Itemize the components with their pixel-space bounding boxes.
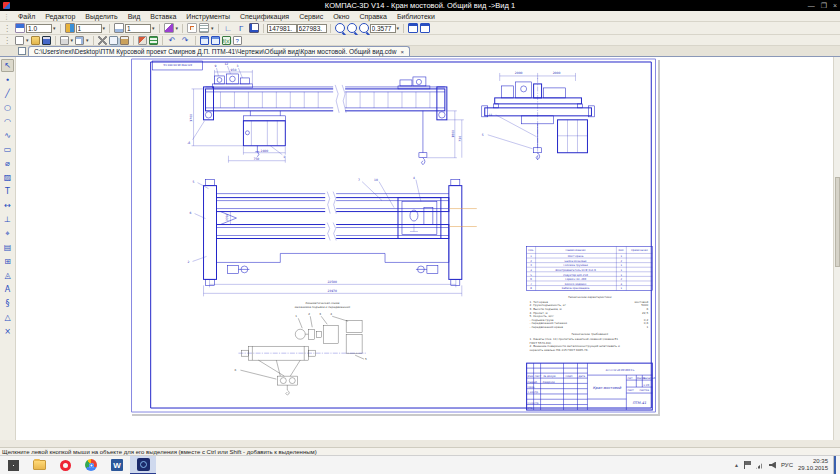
menu-insert[interactable]: Вставка (145, 11, 181, 21)
document-tab[interactable]: C:\Users\nexl\Desktop\ПТМ Курсовой проек… (28, 46, 410, 56)
drawing-workspace[interactable]: КП.ПТМ 49.00.000 СБ (17, 57, 833, 440)
cut-icon[interactable] (98, 36, 107, 45)
cursor-y-input[interactable] (297, 24, 327, 33)
network-icon[interactable] (756, 462, 764, 469)
cursor-step-input[interactable] (26, 24, 52, 33)
minimize-button[interactable]: — (808, 0, 815, 11)
preview-dropdown-icon[interactable]: ▾ (86, 37, 89, 43)
spreadsheet-icon[interactable] (149, 36, 158, 45)
style-dropdown-icon[interactable]: ▾ (176, 25, 179, 31)
tab-close-icon[interactable]: × (400, 47, 404, 57)
dimension-tool-icon[interactable]: ↔ (1, 199, 14, 212)
current-layer-input[interactable] (76, 24, 102, 33)
ortho-mode-icon[interactable]: Г (236, 23, 247, 33)
vertical-scroll-thumb[interactable] (835, 177, 840, 267)
library-window-icon[interactable] (211, 36, 220, 45)
new-dropdown-icon[interactable]: ▾ (26, 37, 29, 43)
zoom-in-icon[interactable] (335, 23, 345, 33)
maximize-button[interactable]: ❐ (821, 0, 827, 11)
show-desktop-button[interactable] (833, 456, 836, 474)
word-button[interactable]: W (104, 456, 130, 474)
close-button[interactable]: × (833, 0, 837, 11)
select-arrow-icon[interactable]: ↖ (1, 59, 14, 72)
text-tool-icon[interactable]: T (1, 185, 14, 198)
cursor-step-dropdown-icon[interactable]: ▾ (53, 25, 56, 31)
local-csys-icon[interactable]: ∟ (223, 23, 234, 33)
open-document-icon[interactable] (31, 36, 40, 45)
menu-specification[interactable]: Спецификация (235, 11, 294, 21)
menu-grip[interactable]: ⋮ (3, 11, 10, 21)
annotation-tool-icon[interactable]: A (1, 283, 14, 296)
fx-icon[interactable]: f(x) (222, 36, 231, 45)
menu-view[interactable]: Вид (123, 11, 146, 21)
grid-icon[interactable] (199, 23, 209, 33)
kompas-taskbar-button[interactable] (130, 456, 156, 474)
chrome-button[interactable] (78, 456, 104, 474)
spline-tool-icon[interactable]: ∿ (1, 129, 14, 142)
tb-label-razrab: Разраб. (528, 381, 538, 384)
variables-window-icon[interactable] (200, 36, 209, 45)
menu-service[interactable]: Сервис (294, 11, 328, 21)
print-icon[interactable] (60, 36, 69, 45)
menu-file[interactable]: Файл (13, 11, 40, 21)
grid-dropdown-icon[interactable]: ▾ (211, 25, 214, 31)
snap-icon[interactable] (187, 23, 197, 33)
menu-select[interactable]: Выделить (80, 11, 122, 21)
drawing-sheet[interactable]: КП.ПТМ 49.00.000 СБ (130, 58, 658, 414)
tray-expand-icon[interactable]: ▲ (734, 462, 739, 468)
print-dropdown-icon[interactable]: ▾ (71, 37, 74, 43)
erase-tool-icon[interactable]: × (1, 325, 14, 338)
action-center-icon[interactable] (744, 461, 751, 469)
current-layer-dropdown-icon[interactable]: ▾ (103, 25, 106, 31)
language-indicator[interactable]: РУС (781, 462, 793, 468)
start-button[interactable] (0, 456, 26, 474)
symbol-tool-icon[interactable]: § (1, 297, 14, 310)
style-pencil-icon[interactable] (164, 23, 174, 33)
cursor-x-input[interactable] (267, 24, 297, 33)
zoom-dropdown-icon[interactable]: ▾ (397, 25, 400, 31)
view-tool-icon[interactable]: ◬ (1, 269, 14, 282)
paste-icon[interactable] (120, 36, 129, 45)
zoom-scale-icon[interactable] (359, 23, 369, 33)
redo-icon[interactable]: ↷ (180, 35, 191, 45)
menu-libraries[interactable]: Библиотеки (392, 11, 440, 21)
save-icon[interactable] (42, 36, 51, 45)
menu-editor[interactable]: Редактор (40, 11, 80, 21)
undo-icon[interactable]: ↶ (167, 35, 178, 45)
parts-row-qty: 1 (621, 274, 623, 277)
menu-tools[interactable]: Инструменты (181, 11, 235, 21)
toolbar1-grip[interactable]: ⋮ (3, 24, 11, 33)
zoom-scale-input[interactable] (370, 24, 396, 33)
table-tool-icon[interactable]: ▤ (1, 241, 14, 254)
line-tool-icon[interactable]: ╱ (1, 87, 14, 100)
perpendicular-tool-icon[interactable]: ⊥ (1, 213, 14, 226)
volume-icon[interactable] (769, 462, 776, 469)
menu-help[interactable]: Справка (354, 11, 391, 21)
menu-window[interactable]: Окно (328, 11, 354, 21)
current-view-input[interactable] (125, 24, 151, 33)
file-explorer-button[interactable] (26, 456, 52, 474)
arc-tool-icon[interactable]: ◠ (1, 115, 14, 128)
toolbar2-grip[interactable]: ⋮ (3, 36, 11, 45)
new-document-icon[interactable] (15, 36, 24, 45)
diameter-tool-icon[interactable]: ⌀ (1, 157, 14, 170)
rounding-icon[interactable] (249, 23, 259, 33)
circle-tool-icon[interactable]: ○ (1, 101, 14, 114)
context-help-icon[interactable]: ? (233, 36, 242, 45)
refresh-view-icon[interactable] (420, 23, 430, 33)
taskbar-clock[interactable]: 20:35 29.10.2015 (798, 458, 828, 472)
vertical-scrollbar[interactable] (833, 57, 840, 440)
hatch-tool-icon[interactable]: ▨ (1, 171, 14, 184)
print-preview-icon[interactable] (75, 36, 84, 45)
show-all-icon[interactable] (408, 23, 418, 33)
geometry-point-icon[interactable]: ∙ (1, 73, 14, 86)
rectangle-tool-icon[interactable]: ▭ (1, 143, 14, 156)
opera-button[interactable] (52, 456, 78, 474)
current-view-dropdown-icon[interactable]: ▾ (152, 25, 155, 31)
zoom-out-icon[interactable] (347, 23, 357, 33)
measure-tool-icon[interactable]: △ (1, 311, 14, 324)
copy-properties-icon[interactable] (138, 36, 147, 45)
grid-tool-icon[interactable]: ⊞ (1, 255, 14, 268)
copy-icon[interactable] (109, 36, 118, 45)
axis-tool-icon[interactable]: ⌖ (1, 227, 14, 240)
